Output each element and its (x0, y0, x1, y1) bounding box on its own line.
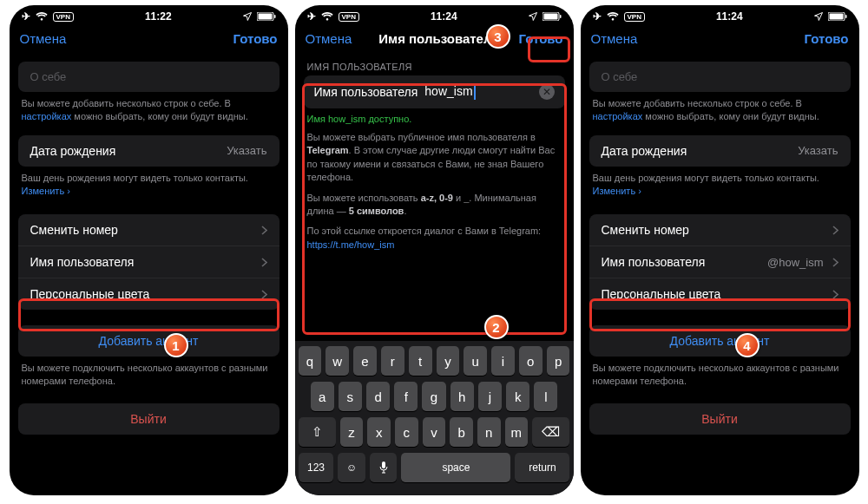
done-button[interactable]: Готово (804, 31, 848, 46)
key-g[interactable]: g (422, 382, 445, 411)
wifi-icon (607, 12, 619, 21)
username-field-label: Имя пользователя (314, 85, 418, 99)
username-desc-2: Вы можете использовать a-z, 0-9 и _. Мин… (295, 185, 574, 219)
key-k[interactable]: k (506, 382, 529, 411)
airplane-icon: ✈ (22, 10, 30, 23)
dob-hint: Ваш день рождения могут видеть только ко… (10, 167, 288, 198)
cancel-button[interactable]: Отмена (591, 31, 638, 46)
dob-cell[interactable]: Дата рождения Указать (18, 135, 279, 167)
status-bar: ✈ VPN 11:24 (581, 5, 859, 24)
key-q[interactable]: q (299, 346, 322, 376)
emoji-key[interactable]: ☺ (338, 453, 365, 482)
key-d[interactable]: d (366, 382, 390, 411)
phone-3: ✈ VPN 11:24 Отмена Готово О себе (581, 5, 859, 495)
about-hint: Вы можете добавить несколько строк о себ… (10, 92, 288, 123)
change-number-label: Сменить номер (30, 223, 118, 237)
settings-link[interactable]: настройках (22, 111, 72, 121)
chevron-right-icon (261, 258, 267, 267)
about-placeholder: О себе (602, 70, 638, 83)
cancel-button[interactable]: Отмена (306, 31, 352, 46)
logout-button[interactable]: Выйти (589, 403, 851, 435)
key-z[interactable]: z (340, 417, 364, 447)
key-c[interactable]: c (395, 417, 418, 447)
chevron-right-icon (832, 258, 838, 267)
phone-1: ✈ VPN 11:22 Отмена Готово (10, 5, 288, 495)
key-s[interactable]: s (339, 382, 362, 411)
status-time: 11:24 (716, 10, 743, 23)
dob-change-link[interactable]: Изменить (593, 186, 639, 196)
colors-label: Персональные цвета (602, 287, 721, 301)
username-cell[interactable]: Имя пользователя (18, 245, 279, 278)
numbers-key[interactable]: 123 (299, 453, 334, 482)
settings-link[interactable]: настройках (593, 111, 643, 121)
location-icon (243, 12, 252, 21)
status-time: 11:24 (431, 10, 457, 23)
key-i[interactable]: i (491, 346, 515, 376)
svg-rect-5 (560, 15, 562, 18)
colors-label: Персональные цвета (30, 287, 150, 301)
status-bar: ✈ VPN 11:22 (10, 5, 288, 24)
key-o[interactable]: o (519, 346, 542, 376)
add-account-button[interactable]: Добавить аккаунт (18, 325, 279, 357)
wifi-icon (36, 12, 48, 21)
dob-change-link[interactable]: Изменить (22, 186, 68, 196)
clear-icon[interactable]: ✕ (539, 84, 555, 100)
done-button[interactable]: Готово (518, 31, 562, 46)
add-account-button[interactable]: Добавить аккаунт (589, 325, 851, 357)
change-number-label: Сменить номер (602, 223, 689, 237)
key-t[interactable]: t (409, 346, 432, 376)
username-cell[interactable]: Имя пользователя @how_ism (589, 245, 851, 278)
return-key[interactable]: return (515, 453, 569, 482)
key-h[interactable]: h (450, 382, 474, 411)
done-button[interactable]: Готово (233, 31, 277, 46)
backspace-key[interactable]: ⌫ (532, 417, 569, 447)
nav-title: Имя пользовател (378, 31, 491, 46)
key-v[interactable]: v (423, 417, 446, 447)
battery-icon (542, 12, 562, 21)
colors-cell[interactable]: Персональные цвета (18, 278, 279, 310)
username-input-row[interactable]: Имя пользователя how_ism ✕ (304, 75, 565, 108)
key-y[interactable]: y (437, 346, 460, 376)
airplane-icon: ✈ (307, 10, 316, 23)
logout-button[interactable]: Выйти (18, 403, 279, 435)
keyboard: qwertyuiop asdfghjkl ⇧ zxcvbnm ⌫ 123 ☺ s… (295, 341, 574, 495)
step-badge-2: 2 (484, 315, 509, 339)
mic-key[interactable] (370, 453, 398, 482)
change-number-cell[interactable]: Сменить номер (18, 214, 279, 245)
key-j[interactable]: j (478, 382, 502, 411)
space-key[interactable]: space (401, 453, 510, 482)
multi-hint: Вы можете подключить несколько аккаунтов… (10, 357, 288, 388)
key-b[interactable]: b (450, 417, 473, 447)
cancel-button[interactable]: Отмена (20, 31, 67, 46)
key-u[interactable]: u (464, 346, 487, 376)
key-e[interactable]: e (353, 346, 377, 376)
dob-value: Указать (227, 144, 266, 157)
step-badge-3: 3 (486, 24, 510, 49)
key-m[interactable]: m (505, 417, 529, 447)
key-x[interactable]: x (367, 417, 391, 447)
about-hint: Вы можете добавить несколько строк о себ… (581, 92, 859, 123)
key-n[interactable]: n (477, 417, 501, 447)
dob-cell[interactable]: Дата рождения Указать (589, 135, 851, 167)
key-r[interactable]: r (381, 346, 404, 376)
key-f[interactable]: f (394, 382, 418, 411)
key-l[interactable]: l (534, 382, 557, 411)
username-desc-3: По этой ссылке откроется диалог с Вами в… (295, 218, 574, 252)
location-icon (529, 12, 537, 21)
shift-key[interactable]: ⇧ (299, 417, 336, 447)
chevron-right-icon (261, 226, 267, 235)
airplane-icon: ✈ (593, 10, 602, 23)
key-a[interactable]: a (311, 382, 334, 411)
about-cell[interactable]: О себе (589, 62, 851, 92)
username-link[interactable]: https://t.me/how_ism (307, 239, 395, 250)
about-cell[interactable]: О себе (18, 62, 279, 92)
key-p[interactable]: p (547, 346, 570, 376)
change-number-cell[interactable]: Сменить номер (589, 214, 851, 245)
svg-rect-9 (845, 15, 847, 18)
dob-hint: Ваш день рождения могут видеть только ко… (581, 167, 859, 198)
chevron-right-icon (832, 290, 838, 299)
chevron-right-icon (261, 290, 267, 299)
key-w[interactable]: w (326, 346, 349, 376)
svg-rect-8 (829, 14, 843, 20)
colors-cell[interactable]: Персональные цвета (589, 278, 851, 310)
